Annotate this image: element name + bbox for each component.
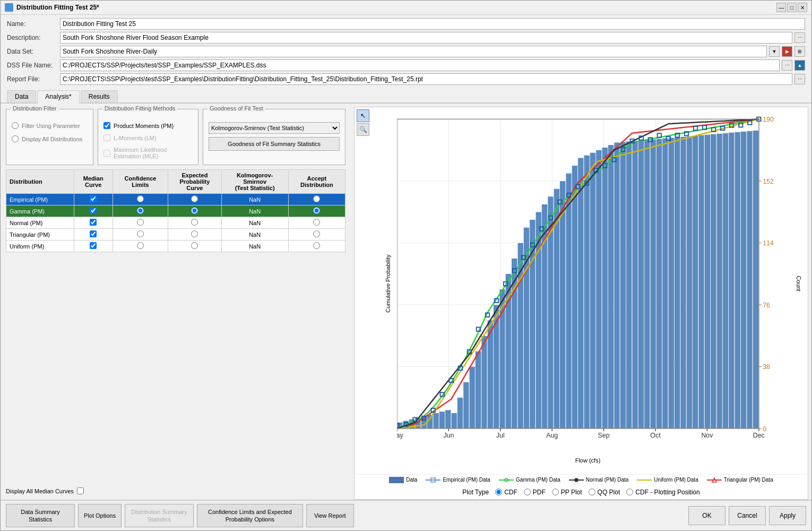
zoom-tool-btn[interactable]: 🔍	[357, 123, 369, 136]
tab-analysis[interactable]: Analysis*	[37, 90, 79, 104]
description-row: Description: ⋯	[7, 32, 805, 44]
col-ks: Kolmogorov-Smirnov(Test Statistic)	[221, 170, 288, 194]
dss-input[interactable]	[60, 59, 780, 71]
confidence-radio[interactable]	[137, 219, 144, 226]
dataset-label: Data Set:	[7, 48, 60, 55]
dss-blue-btn[interactable]: ▲	[794, 60, 805, 71]
data-summary-btn[interactable]: Data Summary Statistics	[6, 504, 75, 527]
median-checkbox[interactable]	[90, 242, 97, 249]
accept-radio[interactable]	[313, 242, 320, 249]
accept-radio[interactable]	[313, 230, 320, 237]
select-tool-btn[interactable]: ↖	[357, 109, 369, 122]
report-input[interactable]	[60, 73, 792, 85]
dist-name-cell: Empirical (PM)	[6, 194, 74, 205]
dss-row: DSS File Name: ⋯ ▲	[7, 59, 805, 71]
legend-triangular: Triangular (PM) Data	[707, 477, 773, 483]
legend-uniform: Uniform (PM) Data	[637, 477, 698, 483]
expected-radio[interactable]	[191, 230, 198, 237]
legend-empirical-label: Empirical (PM) Data	[443, 477, 490, 483]
display-all-checkbox[interactable]	[77, 487, 84, 494]
mle-label: Maximum Likelihood Estimation (MLE)	[114, 147, 193, 159]
gof-summary-btn[interactable]: Goodness of Fit Summary Statistics	[209, 137, 340, 151]
svg-rect-49	[602, 148, 608, 429]
tab-data[interactable]: Data	[7, 90, 36, 102]
close-button[interactable]: ✕	[798, 3, 807, 12]
left-panel: Distribution Filter Filter Using Paramet…	[1, 104, 351, 500]
legend-triangular-icon	[707, 477, 722, 483]
confidence-radio[interactable]	[137, 242, 144, 249]
dist-summary-btn[interactable]: Distribution Summary Statistics	[125, 504, 194, 527]
chart-svg-container: Cumulative Probability Count 0.00.20.40.…	[355, 107, 808, 474]
dataset-input[interactable]	[60, 46, 767, 57]
legend-gamma-icon	[499, 477, 514, 483]
svg-rect-62	[680, 136, 686, 429]
ok-btn[interactable]: OK	[688, 506, 725, 525]
svg-rect-72	[741, 132, 747, 429]
lm-checkbox[interactable]	[103, 134, 110, 141]
filter-radio1[interactable]	[12, 122, 19, 129]
mle-row: Maximum Likelihood Estimation (MLE)	[103, 147, 193, 159]
description-input[interactable]	[60, 32, 792, 44]
view-report-btn[interactable]: View Report	[306, 504, 354, 527]
y-axis-left-label: Cumulative Probability	[385, 255, 391, 313]
accept-radio[interactable]	[313, 207, 320, 214]
expected-radio[interactable]	[191, 195, 198, 202]
conf-limits-btn[interactable]: Confidence Limits and Expected Probabili…	[197, 504, 303, 527]
dataset-grid-btn[interactable]: ⊞	[794, 46, 805, 57]
expected-radio[interactable]	[191, 207, 198, 214]
maximize-button[interactable]: □	[787, 3, 797, 12]
minimize-button[interactable]: —	[776, 3, 786, 12]
median-checkbox[interactable]	[90, 219, 97, 226]
tab-results[interactable]: Results	[81, 90, 118, 102]
lm-label: L-Moments (LM)	[114, 135, 157, 141]
confidence-radio[interactable]	[137, 230, 144, 237]
svg-rect-21	[433, 413, 439, 429]
description-btn[interactable]: ⋯	[794, 32, 805, 43]
svg-text:38: 38	[763, 363, 770, 371]
apply-btn[interactable]: Apply	[769, 506, 806, 525]
confidence-radio[interactable]	[137, 195, 144, 202]
cancel-btn[interactable]: Cancel	[729, 506, 766, 525]
app-icon	[5, 3, 13, 12]
svg-rect-65	[698, 135, 704, 429]
dss-wrap: ⋯ ▲	[60, 59, 805, 71]
filter-radio2[interactable]	[12, 135, 19, 142]
accept-radio[interactable]	[313, 219, 320, 226]
confidence-radio[interactable]	[137, 207, 144, 214]
name-row: Name:	[7, 18, 805, 30]
dataset-red-btn[interactable]: ▶	[782, 46, 792, 57]
ks-cell: NaN	[221, 205, 288, 217]
filter-radio1-label: Filter Using Parameter	[22, 123, 80, 129]
median-checkbox[interactable]	[90, 230, 97, 237]
dataset-dropdown-btn[interactable]: ▼	[769, 46, 780, 57]
svg-rect-52	[620, 142, 626, 429]
median-checkbox[interactable]	[90, 195, 97, 202]
legend-data: Data	[389, 477, 417, 483]
svg-rect-56	[644, 140, 650, 429]
pm-checkbox[interactable]	[103, 122, 110, 129]
ks-cell: NaN	[221, 229, 288, 241]
gof-dropdown[interactable]: Kolmogorov-Smirnov (Test Statistic)	[209, 122, 340, 134]
svg-rect-51	[614, 142, 620, 429]
expected-radio[interactable]	[191, 242, 198, 249]
fitting-title: Distribution Fitting Methods	[102, 105, 177, 112]
form-area: Name: Description: ⋯ Data Set: ▼ ▶ ⊞ DSS…	[1, 15, 811, 90]
median-checkbox[interactable]	[90, 207, 97, 214]
dss-btn[interactable]: ⋯	[782, 60, 792, 71]
name-input[interactable]	[60, 18, 805, 30]
svg-rect-66	[705, 135, 711, 429]
plot-options-btn[interactable]: Plot Options	[78, 504, 122, 527]
display-all-label: Display All Median Curves	[6, 488, 74, 494]
expected-radio[interactable]	[191, 219, 198, 226]
report-row: Report File: ⋯	[7, 73, 805, 85]
pm-label: Product Moments (PM)	[114, 123, 174, 129]
legend-normal-icon	[569, 477, 584, 483]
report-btn[interactable]: ⋯	[794, 74, 805, 84]
table-row: Triangular (PM)NaN	[6, 229, 345, 241]
mle-checkbox[interactable]	[103, 150, 110, 157]
accept-radio[interactable]	[313, 195, 320, 202]
filter-radio2-row: Display All Distributions	[12, 135, 88, 142]
accept-cell	[288, 241, 345, 252]
plot-type-label: Plot Type	[462, 489, 489, 496]
svg-rect-45	[578, 158, 584, 429]
